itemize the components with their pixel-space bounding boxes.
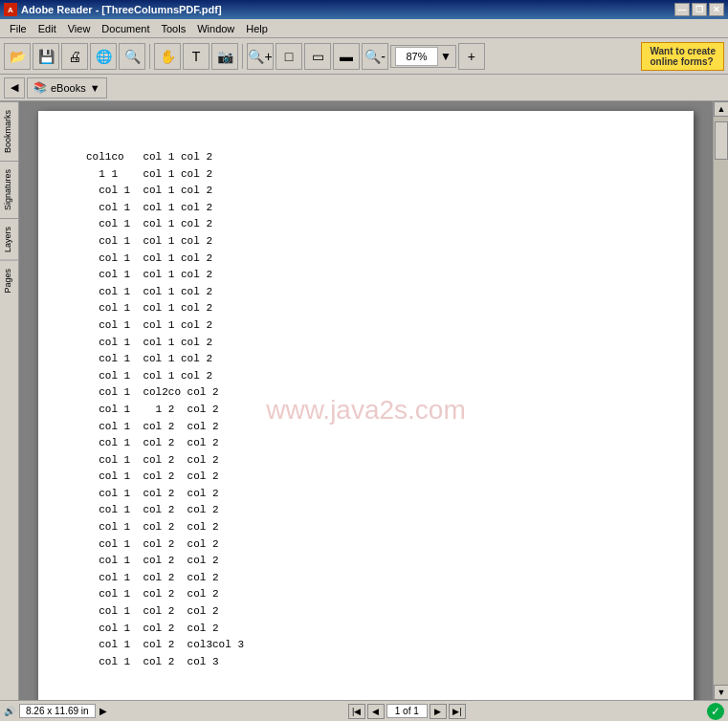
signatures-tab[interactable]: Signatures: [0, 161, 18, 218]
menu-bar: File Edit View Document Tools Window Hel…: [0, 19, 728, 38]
menu-document[interactable]: Document: [96, 21, 155, 36]
zoom-area: ▼: [390, 45, 456, 68]
menu-window[interactable]: Window: [191, 21, 240, 36]
email-button[interactable]: 🌐: [90, 43, 117, 70]
main-toolbar: 📂 💾 🖨 🌐 🔍 ✋ T 📷 🔍+ □ ▭ ▬ 🔍- ▼ + Want to …: [0, 38, 728, 75]
dims-arrow: ▶: [99, 706, 107, 716]
scroll-up-button[interactable]: ▲: [714, 101, 728, 117]
status-ok-icon: ✓: [707, 703, 724, 720]
menu-edit[interactable]: Edit: [33, 21, 62, 36]
menu-file[interactable]: File: [4, 21, 33, 36]
ebooks-label: eBooks: [51, 82, 86, 94]
sep1: [149, 44, 150, 69]
pdf-content: col1co col 1 col 2 1 1 col 1 col 2 col 1…: [86, 149, 646, 670]
zoom-dropdown-arrow[interactable]: ▼: [440, 50, 452, 63]
app-icon: A: [4, 3, 17, 16]
minimize-button[interactable]: —: [674, 3, 690, 16]
save-button[interactable]: 💾: [33, 43, 59, 70]
menu-tools[interactable]: Tools: [156, 21, 192, 36]
layers-tab[interactable]: Layers: [0, 218, 18, 260]
snapshot-tool[interactable]: 📷: [211, 43, 238, 70]
document-container: www.java2s.com col1co col 1 col 2 1 1 co…: [19, 101, 713, 700]
select-tool[interactable]: T: [183, 43, 210, 70]
ad-banner[interactable]: Want to create online forms?: [641, 42, 724, 71]
zoom-expand[interactable]: +: [458, 43, 485, 70]
zoom-out-button[interactable]: 🔍-: [362, 43, 388, 70]
scroll-track[interactable]: [714, 117, 728, 685]
close-button[interactable]: ✕: [709, 3, 724, 16]
side-tabs: Bookmarks Signatures Layers Pages: [0, 101, 19, 700]
title-text: Adobe Reader - [ThreeColumnsPDF.pdf]: [21, 4, 222, 15]
status-bar: 🔊 8.26 x 11.69 in ▶ |◀ ◀ 1 of 1 ▶ ▶| ✓: [0, 700, 728, 721]
audio-icon: 🔊: [4, 706, 15, 716]
sep2: [242, 44, 243, 69]
ad-line2: online forms?: [650, 56, 716, 67]
ad-line1: Want to create: [650, 46, 716, 56]
scroll-down-button[interactable]: ▼: [714, 685, 728, 700]
secondary-toolbar: ◀ 📚 eBooks ▼: [0, 75, 728, 101]
zoom-in-button[interactable]: 🔍+: [247, 43, 274, 70]
zoom-fit-page[interactable]: ▭: [304, 43, 331, 70]
back-button[interactable]: ◀: [4, 77, 25, 98]
ebooks-button[interactable]: 📚 eBooks ▼: [27, 77, 107, 98]
vertical-scrollbar: ▲ ▼: [713, 101, 728, 700]
bookmarks-tab[interactable]: Bookmarks: [0, 101, 18, 161]
ebooks-dropdown[interactable]: ▼: [90, 82, 100, 94]
restore-button[interactable]: ❐: [692, 3, 707, 16]
page-info: 1 of 1: [386, 704, 428, 718]
hand-tool[interactable]: ✋: [154, 43, 181, 70]
page-dimensions: 8.26 x 11.69 in: [19, 704, 96, 718]
zoom-fit-width[interactable]: ▬: [333, 43, 360, 70]
zoom-reset[interactable]: □: [276, 43, 302, 70]
ebooks-icon: 📚: [33, 81, 47, 94]
first-page-button[interactable]: |◀: [348, 704, 365, 719]
pdf-page: www.java2s.com col1co col 1 col 2 1 1 co…: [38, 111, 694, 700]
menu-view[interactable]: View: [62, 21, 97, 36]
menu-help[interactable]: Help: [240, 21, 274, 36]
search-button[interactable]: 🔍: [119, 43, 145, 70]
prev-page-button[interactable]: ◀: [367, 704, 385, 719]
zoom-input[interactable]: [395, 47, 438, 66]
open-button[interactable]: 📂: [4, 43, 31, 70]
main-area: Bookmarks Signatures Layers Pages www.ja…: [0, 101, 728, 700]
next-page-button[interactable]: ▶: [430, 704, 447, 719]
print-button[interactable]: 🖨: [61, 43, 88, 70]
page-navigation: |◀ ◀ 1 of 1 ▶ ▶|: [348, 704, 466, 719]
pages-tab[interactable]: Pages: [0, 260, 18, 301]
last-page-button[interactable]: ▶|: [449, 704, 466, 719]
scroll-thumb[interactable]: [715, 121, 728, 160]
title-bar: A Adobe Reader - [ThreeColumnsPDF.pdf] —…: [0, 0, 728, 19]
